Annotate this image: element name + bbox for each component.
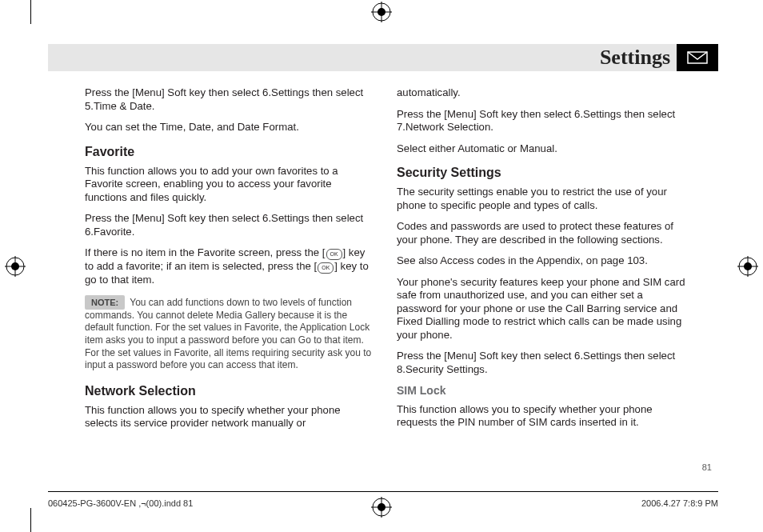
body-text: See also Access codes in the Appendix, o… bbox=[397, 254, 686, 268]
footer-timestamp: 2006.4.27 7:8:9 PM bbox=[641, 498, 718, 508]
body-text: Select either Automatic or Manual. bbox=[397, 142, 686, 156]
registration-mark-icon bbox=[737, 256, 758, 277]
ok-key-icon: OK bbox=[326, 249, 342, 260]
page: Settings Press the [Menu] Soft key then … bbox=[0, 0, 763, 532]
body-text: Codes and passwords are used to protect … bbox=[397, 220, 686, 246]
note-box: NOTE:You can add functions down to two l… bbox=[85, 295, 374, 372]
body-text: automatically. bbox=[397, 86, 686, 100]
body-text: You can set the Time, Date, and Date For… bbox=[85, 121, 374, 134]
heading-network-selection: Network Selection bbox=[85, 383, 374, 399]
crop-mark bbox=[30, 508, 31, 532]
page-title: Settings bbox=[600, 44, 670, 71]
body-text: The security settings enable you to rest… bbox=[397, 186, 686, 212]
note-text: You can add functions down to two levels… bbox=[85, 297, 371, 371]
registration-mark-icon bbox=[5, 256, 26, 277]
body-text: This function allows you to specify whet… bbox=[397, 403, 686, 430]
heading-security-settings: Security Settings bbox=[397, 165, 686, 181]
body-text: Press the [Menu] Soft key then select 6.… bbox=[397, 108, 686, 134]
page-number: 81 bbox=[702, 462, 712, 472]
left-column: Press the [Menu] Soft key then select 6.… bbox=[85, 86, 374, 438]
body-text: This function allows you to specify whet… bbox=[85, 404, 374, 430]
footer-divider bbox=[48, 491, 718, 492]
body-text: Your phone's security features keep your… bbox=[397, 276, 686, 342]
body-text: If there is no item in the Favorite scre… bbox=[85, 246, 374, 287]
crop-mark bbox=[30, 0, 31, 24]
body-text: Press the [Menu] Soft key then select 6.… bbox=[85, 212, 374, 238]
body-text: This function allows you to add your own… bbox=[85, 165, 374, 205]
registration-mark-icon bbox=[371, 497, 392, 518]
ok-key-icon: OK bbox=[318, 262, 334, 274]
body-text: Press the [Menu] Soft key then select 6.… bbox=[85, 86, 374, 113]
envelope-icon bbox=[677, 44, 718, 71]
heading-sim-lock: SIM Lock bbox=[397, 384, 686, 398]
heading-favorite: Favorite bbox=[85, 144, 374, 160]
footer-file-info: 060425-PG-3600V-EN ,¬(00).indd 81 bbox=[48, 498, 193, 508]
note-badge: NOTE: bbox=[85, 295, 125, 310]
registration-mark-icon bbox=[371, 2, 392, 22]
body-text: Press the [Menu] Soft key then select 6.… bbox=[397, 350, 686, 376]
right-column: automatically. Press the [Menu] Soft key… bbox=[397, 86, 686, 438]
text-fragment: If there is no item in the Favorite scre… bbox=[85, 246, 326, 258]
